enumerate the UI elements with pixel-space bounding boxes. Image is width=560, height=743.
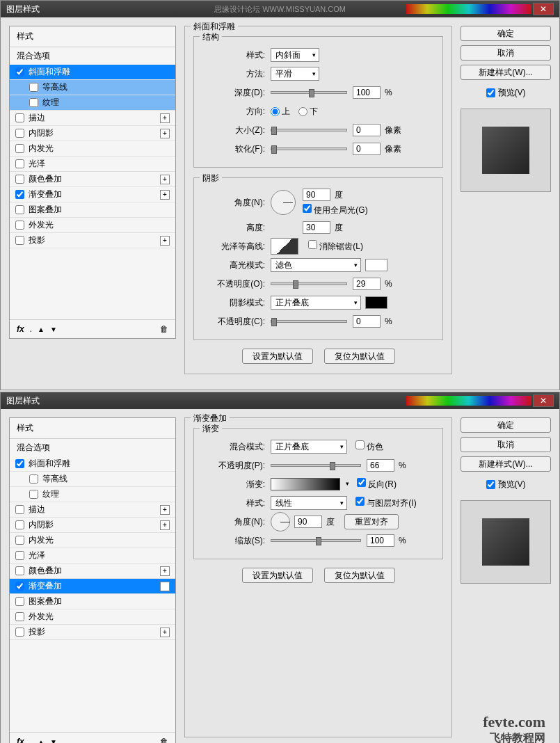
style-checkbox[interactable] — [15, 205, 24, 214]
styles-header[interactable]: 样式 — [10, 26, 175, 47]
style-checkbox[interactable] — [15, 144, 24, 153]
depth-slider[interactable] — [271, 91, 347, 94]
new-style-button[interactable]: 新建样式(W)... — [461, 65, 551, 80]
make-default-button[interactable]: 设置为默认值 — [242, 568, 313, 583]
style-item[interactable]: 投影+ — [10, 233, 175, 248]
close-icon[interactable]: ✕ — [533, 3, 554, 15]
style-checkbox[interactable] — [15, 175, 24, 184]
style-item[interactable]: 颜色叠加+ — [10, 564, 175, 579]
style-item[interactable]: 渐变叠加+ — [10, 187, 175, 202]
dither-check[interactable]: 仿色 — [355, 440, 383, 453]
preview-check[interactable]: 预览(V) — [461, 87, 551, 99]
fx-icon[interactable]: fx — [17, 737, 24, 743]
align-check[interactable]: 与图层对齐(I) — [355, 497, 417, 509]
arrow-down-icon[interactable]: ▼ — [50, 738, 57, 744]
reset-default-button[interactable]: 复位为默认值 — [324, 568, 395, 583]
size-input[interactable] — [353, 124, 381, 136]
global-light-check[interactable]: 使用全局光(G) — [303, 205, 368, 215]
plus-icon[interactable]: + — [160, 628, 170, 637]
plus-icon[interactable]: + — [160, 505, 170, 515]
style-item[interactable]: 渐变叠加+ — [10, 579, 175, 594]
fx-icon[interactable]: fx — [17, 324, 24, 334]
trash-icon[interactable]: 🗑 — [160, 737, 168, 743]
soften-slider[interactable] — [271, 147, 347, 150]
style-item[interactable]: 斜面和浮雕 — [10, 456, 175, 472]
style-item[interactable]: 等高线 — [10, 80, 175, 95]
gradient-swatch[interactable] — [271, 478, 340, 490]
soften-input[interactable] — [353, 143, 381, 155]
style-checkbox[interactable] — [15, 628, 24, 637]
style-select[interactable]: 内斜面 — [271, 48, 319, 62]
plus-icon[interactable]: + — [160, 566, 170, 576]
depth-input[interactable] — [353, 86, 381, 99]
plus-icon[interactable]: + — [160, 113, 170, 123]
style-item[interactable]: 颜色叠加+ — [10, 172, 175, 187]
angle-input[interactable] — [303, 189, 330, 201]
style-checkbox[interactable] — [15, 612, 24, 621]
style-item[interactable]: 等高线 — [10, 472, 175, 487]
size-slider[interactable] — [271, 129, 347, 131]
angle-wheel[interactable] — [271, 512, 290, 532]
style-checkbox[interactable] — [15, 221, 24, 230]
reset-align-button[interactable]: 重置对齐 — [344, 514, 399, 529]
style-checkbox[interactable] — [15, 129, 24, 138]
plus-icon[interactable]: + — [160, 520, 170, 530]
plus-icon[interactable]: + — [160, 190, 170, 200]
plus-icon[interactable]: + — [160, 129, 170, 138]
style-item[interactable]: 纹理 — [10, 487, 175, 502]
style-item[interactable]: 斜面和浮雕 — [10, 65, 175, 80]
style-checkbox[interactable] — [15, 582, 24, 591]
style-checkbox[interactable] — [15, 505, 24, 514]
highlight-select[interactable]: 滤色 — [271, 258, 361, 272]
direction-down[interactable]: 下 — [298, 106, 318, 118]
style-item[interactable]: 光泽 — [10, 157, 175, 172]
styles-header[interactable]: 样式 — [10, 418, 175, 439]
shadow-mode-select[interactable]: 正片叠底 — [271, 296, 361, 310]
blending-options[interactable]: 混合选项 — [10, 47, 175, 65]
style-checkbox[interactable] — [15, 520, 24, 529]
style-checkbox[interactable] — [29, 98, 38, 107]
scale-input[interactable] — [367, 534, 394, 547]
antialias-check[interactable]: 消除锯齿(L) — [308, 240, 363, 253]
style-item[interactable]: 投影+ — [10, 625, 175, 640]
opacity-input[interactable] — [367, 459, 394, 472]
style-item[interactable]: 图案叠加 — [10, 594, 175, 609]
blend-select[interactable]: 正片叠底 — [271, 440, 347, 454]
arrow-up-icon[interactable]: ▲ — [38, 326, 45, 333]
highlight-color[interactable] — [365, 259, 387, 271]
style-item[interactable]: 内阴影+ — [10, 518, 175, 533]
style-item[interactable]: 内发光 — [10, 141, 175, 157]
cancel-button[interactable]: 取消 — [461, 437, 551, 452]
direction-up[interactable]: 上 — [271, 106, 290, 118]
trash-icon[interactable]: 🗑 — [160, 324, 168, 334]
plus-icon[interactable]: + — [160, 582, 170, 591]
style-item[interactable]: 纹理 — [10, 95, 175, 111]
style-checkbox[interactable] — [29, 490, 38, 499]
style-item[interactable]: 描边+ — [10, 111, 175, 126]
ok-button[interactable]: 确定 — [461, 417, 551, 433]
new-style-button[interactable]: 新建样式(W)... — [461, 456, 551, 472]
scale-slider[interactable] — [271, 539, 361, 542]
style-item[interactable]: 描边+ — [10, 502, 175, 518]
style-checkbox[interactable] — [29, 474, 38, 484]
style-item[interactable]: 内发光 — [10, 533, 175, 548]
grad-style-select[interactable]: 线性 — [271, 496, 347, 510]
style-item[interactable]: 光泽 — [10, 548, 175, 564]
style-checkbox[interactable] — [29, 83, 38, 92]
angle-input[interactable] — [294, 516, 322, 528]
make-default-button[interactable]: 设置为默认值 — [242, 349, 313, 364]
opacity2-slider[interactable] — [271, 320, 347, 323]
ok-button[interactable]: 确定 — [461, 26, 551, 41]
style-checkbox[interactable] — [15, 459, 24, 468]
opacity1-slider[interactable] — [271, 282, 347, 285]
style-checkbox[interactable] — [15, 236, 24, 245]
reverse-check[interactable]: 反向(R) — [357, 478, 397, 490]
blending-options[interactable]: 混合选项 — [10, 439, 175, 456]
style-item[interactable]: 图案叠加 — [10, 202, 175, 218]
cancel-button[interactable]: 取消 — [461, 45, 551, 61]
gloss-contour[interactable] — [271, 238, 298, 255]
shadow-color[interactable] — [365, 296, 387, 309]
titlebar[interactable]: 图层样式 思缘设计论坛 WWW.MISSYUAN.COM ✕ — [1, 1, 559, 17]
close-icon[interactable]: ✕ — [533, 394, 554, 407]
titlebar[interactable]: 图层样式 ✕ — [1, 392, 559, 409]
